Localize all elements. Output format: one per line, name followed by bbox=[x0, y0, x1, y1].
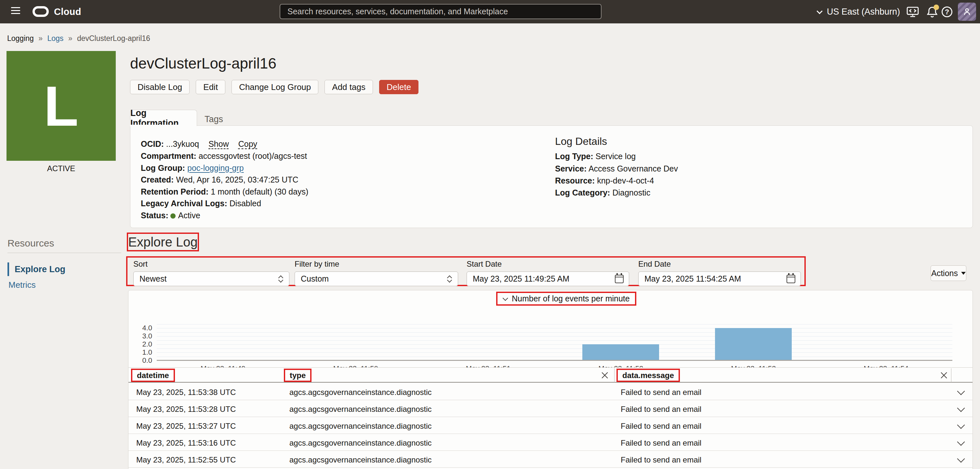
log-table-header: datetime type data.message bbox=[129, 368, 972, 383]
expand-row-chevron-icon[interactable] bbox=[957, 421, 965, 429]
gridline bbox=[157, 349, 952, 349]
actions-dropdown-button[interactable]: Actions bbox=[931, 265, 966, 281]
cell-type: agcs.agcsgovernanceinstance.diagnostic bbox=[290, 421, 432, 431]
cell-type: agcs.agcsgovernanceinstance.diagnostic bbox=[290, 439, 432, 448]
delete-button[interactable]: Delete bbox=[379, 80, 418, 94]
ocid-show-link[interactable]: Show bbox=[208, 139, 229, 149]
ocid-label: OCID: bbox=[141, 139, 164, 149]
cell-message: Failed to send an email bbox=[621, 421, 702, 431]
breadcrumb-logging[interactable]: Logging bbox=[7, 34, 34, 43]
expand-row-chevron-icon[interactable] bbox=[957, 455, 965, 463]
end-date-value: May 23, 2025 11:54:25 AM bbox=[644, 274, 741, 284]
tab-log-information[interactable]: Log Information bbox=[130, 110, 197, 126]
cell-datetime: May 23, 2025, 11:53:16 UTC bbox=[136, 439, 236, 448]
table-row[interactable]: May 23, 2025, 11:53:38 UTC agcs.agcsgove… bbox=[129, 383, 972, 400]
end-date-input[interactable]: May 23, 2025 11:54:25 AM bbox=[638, 271, 801, 286]
cell-message: Failed to send an email bbox=[621, 455, 702, 464]
resources-divider bbox=[8, 253, 121, 253]
status-row: Status:Active bbox=[141, 211, 200, 220]
gridline bbox=[157, 336, 952, 336]
filter-by-time-value: Custom bbox=[301, 274, 329, 284]
log-type-label: Log Type: bbox=[555, 152, 593, 161]
action-buttons: Disable Log Edit Change Log Group Add ta… bbox=[130, 80, 418, 94]
sort-select[interactable]: Newest bbox=[133, 271, 290, 286]
start-date-field: Start Date May 23, 2025 11:49:25 AM bbox=[466, 260, 629, 286]
service-value: Access Governance Dev bbox=[589, 164, 678, 173]
log-group-row: Log Group: poc-logging-grp bbox=[141, 163, 244, 173]
table-row[interactable]: May 23, 2025, 11:52:55 UTC agcs.agcsgove… bbox=[129, 451, 972, 468]
ocid-copy-link[interactable]: Copy bbox=[238, 139, 257, 149]
ocid-row: OCID: ...3ykuoq Show Copy bbox=[141, 139, 257, 149]
table-row[interactable]: May 23, 2025, 11:53:27 UTC agcs.agcsgove… bbox=[129, 417, 972, 434]
remove-message-column-icon[interactable] bbox=[940, 371, 948, 379]
chart-collapse-toggle[interactable]: Number of log events per minute bbox=[496, 292, 636, 306]
log-table-body: May 23, 2025, 11:53:38 UTC agcs.agcsgove… bbox=[129, 383, 972, 468]
table-row[interactable]: May 23, 2025, 11:53:28 UTC agcs.agcsgove… bbox=[129, 400, 972, 417]
log-group-link[interactable]: poc-logging-grp bbox=[187, 163, 244, 173]
notifications-bell-icon[interactable] bbox=[926, 6, 939, 18]
start-date-input[interactable]: May 23, 2025 11:49:25 AM bbox=[466, 271, 629, 286]
region-label: US East (Ashburn) bbox=[827, 7, 900, 17]
sidebar-item-metrics[interactable]: Metrics bbox=[8, 280, 36, 290]
y-tick-label: 0.0 bbox=[133, 356, 152, 365]
region-selector[interactable]: US East (Ashburn) bbox=[817, 6, 900, 17]
start-date-label: Start Date bbox=[466, 260, 629, 269]
column-divider bbox=[614, 368, 614, 382]
created-value: Wed, Apr 16, 2025, 03:47:25 UTC bbox=[176, 175, 298, 184]
search-input[interactable] bbox=[280, 4, 601, 19]
created-row: Created: Wed, Apr 16, 2025, 03:47:25 UTC bbox=[141, 175, 299, 184]
calendar-icon[interactable] bbox=[615, 275, 624, 283]
explore-log-title-annotation: Explore Log bbox=[127, 233, 199, 251]
resources-heading: Resources bbox=[8, 238, 54, 249]
gridline bbox=[157, 328, 952, 328]
expand-row-chevron-icon[interactable] bbox=[957, 438, 965, 445]
expand-row-chevron-icon[interactable] bbox=[957, 404, 965, 412]
sidebar-item-explore-log[interactable]: Explore Log bbox=[8, 262, 65, 276]
status-value: Active bbox=[178, 211, 200, 220]
cell-datetime: May 23, 2025, 11:53:38 UTC bbox=[136, 388, 236, 397]
select-spinner-icon bbox=[278, 274, 284, 284]
topbar: Cloud US East (Ashburn) ? bbox=[0, 0, 980, 24]
gridline bbox=[157, 332, 952, 333]
add-tags-button[interactable]: Add tags bbox=[325, 80, 373, 94]
breadcrumb-logs[interactable]: Logs bbox=[47, 34, 64, 43]
sort-field: Sort Newest bbox=[133, 260, 290, 286]
tab-tags[interactable]: Tags bbox=[205, 114, 223, 124]
log-category-row: Log Category: Diagnostic bbox=[555, 188, 650, 198]
edit-button[interactable]: Edit bbox=[196, 80, 225, 94]
resource-value: knp-dev-4-oct-4 bbox=[597, 176, 654, 185]
log-entity-icon: L bbox=[6, 51, 116, 161]
end-date-label: End Date bbox=[638, 260, 801, 269]
entity-letter: L bbox=[44, 78, 79, 135]
retention-value: 1 month (default) (30 days) bbox=[211, 187, 308, 196]
column-header-type: type bbox=[290, 371, 305, 380]
type-header-annotation: type bbox=[284, 369, 312, 382]
breadcrumb-current: devClusterLog-april16 bbox=[77, 34, 150, 43]
table-row[interactable]: May 23, 2025, 11:53:16 UTC agcs.agcsgove… bbox=[129, 434, 972, 451]
end-date-field: End Date May 23, 2025 11:54:25 AM bbox=[638, 260, 801, 286]
cell-message: Failed to send an email bbox=[621, 405, 702, 414]
filter-by-time-label: Filter by time bbox=[294, 260, 458, 269]
log-category-value: Diagnostic bbox=[612, 188, 650, 197]
log-category-label: Log Category: bbox=[555, 188, 610, 197]
cell-datetime: May 23, 2025, 11:53:28 UTC bbox=[136, 405, 236, 414]
log-group-label: Log Group: bbox=[141, 163, 185, 173]
breadcrumb-separator: » bbox=[38, 34, 43, 43]
chart-bar bbox=[582, 344, 659, 361]
user-avatar[interactable] bbox=[958, 3, 976, 21]
hamburger-menu-icon[interactable] bbox=[11, 7, 21, 16]
gridline bbox=[157, 344, 952, 345]
legacy-archival-value: Disabled bbox=[229, 199, 261, 208]
cell-message: Failed to send an email bbox=[621, 388, 702, 397]
calendar-icon[interactable] bbox=[786, 275, 795, 283]
filter-by-time-select[interactable]: Custom bbox=[294, 271, 458, 286]
change-log-group-button[interactable]: Change Log Group bbox=[232, 80, 318, 94]
expand-row-chevron-icon[interactable] bbox=[957, 387, 965, 395]
cell-type: agcs.agcsgovernanceinstance.diagnostic bbox=[290, 405, 432, 414]
chevron-down-icon bbox=[816, 8, 822, 14]
disable-log-button[interactable]: Disable Log bbox=[130, 80, 189, 94]
help-icon[interactable]: ? bbox=[942, 6, 952, 17]
chart-plot: 0.01.02.03.04.0May 23, 11:49May 23, 11:5… bbox=[157, 307, 952, 361]
remove-type-column-icon[interactable] bbox=[601, 371, 609, 379]
cloud-shell-icon[interactable] bbox=[907, 6, 919, 18]
